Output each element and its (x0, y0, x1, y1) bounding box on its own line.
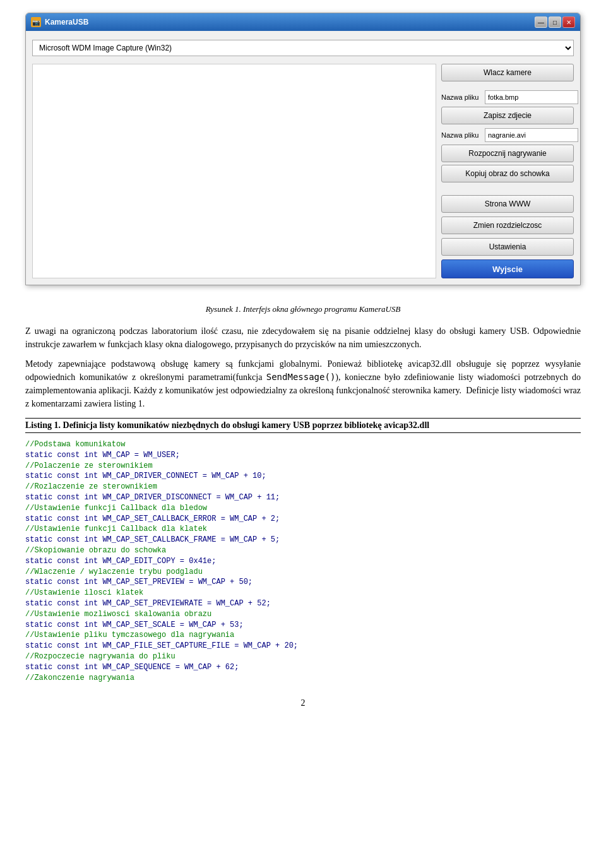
photo-section: Nazwa pliku Zapisz zdjecie (441, 90, 574, 124)
code-line: static const int WM_CAP_DRIVER_CONNECT =… (25, 471, 581, 482)
code-line: //Polaczenie ze sterownikiem (25, 461, 581, 472)
video-filename-input[interactable] (485, 128, 578, 142)
resolution-button[interactable]: Zmien rozdzielczosc (441, 217, 574, 234)
code-line: static const int WM_CAP_FILE_SET_CAPTURE… (25, 641, 581, 651)
page-number: 2 (25, 698, 581, 708)
figure-title: Interfejs okna głównego programu KameraU… (243, 304, 400, 314)
photo-label-row: Nazwa pliku (441, 90, 574, 104)
code-line: //Ustawienie ilosci klatek (25, 588, 581, 598)
app-window: 📷 KameraUSB — □ ✕ Microsoft WDM Image Ca… (25, 13, 581, 285)
copy-button[interactable]: Kopiuj obraz do schowka (441, 165, 574, 182)
wlacz-kamere-button[interactable]: Wlacz kamere (441, 64, 574, 81)
maximize-button[interactable]: □ (549, 16, 561, 28)
app-content: Microsoft WDM Image Capture (Win32) Wlac… (26, 31, 580, 285)
paragraph-2: Metody zapewniające podstawową obsługę k… (25, 357, 581, 410)
title-bar-controls: — □ ✕ (535, 16, 575, 28)
code-line: static const int WM_CAP_SEQUENCE = WM_CA… (25, 662, 581, 673)
video-section: Nazwa pliku Rozpocznij nagrywanie Kopiuj… (441, 128, 574, 182)
code-line: //Wlaczenie / wylaczenie trybu podgladu (25, 567, 581, 578)
figure-number: Rysunek 1. (206, 304, 241, 314)
spacer (441, 186, 574, 191)
code-line: //Ustawienie funkcji Callback dla bledow (25, 503, 581, 514)
right-panel: Wlacz kamere Nazwa pliku Zapisz zdjecie … (441, 64, 574, 278)
main-panel: Wlacz kamere Nazwa pliku Zapisz zdjecie … (32, 64, 574, 278)
device-dropdown-wrapper: Microsoft WDM Image Capture (Win32) (32, 40, 574, 56)
camera-preview (32, 64, 436, 278)
code-line: static const int WM_CAP = WM_USER; (25, 450, 581, 461)
photo-label: Nazwa pliku (441, 93, 482, 101)
top-bar: Microsoft WDM Image Capture (Win32) (32, 37, 574, 59)
photo-filename-input[interactable] (485, 90, 578, 104)
close-button[interactable]: ✕ (562, 16, 575, 28)
code-line: //Ustawienie funkcji Callback dla klatek (25, 524, 581, 535)
code-line: //Rozlaczenie ze sterownikiem (25, 482, 581, 492)
code-line: static const int WM_CAP_SET_SCALE = WM_C… (25, 620, 581, 631)
listing-title: Listing 1. Definicja listy komunikatów n… (25, 418, 581, 433)
code-line: //Zakonczenie nagrywania (25, 673, 581, 684)
exit-button[interactable]: Wyjscie (441, 259, 574, 278)
code-line: static const int WM_CAP_DRIVER_DISCONNEC… (25, 492, 581, 503)
record-button[interactable]: Rozpocznij nagrywanie (441, 145, 574, 162)
code-block: //Podstawa komunikatowstatic const int W… (25, 437, 581, 686)
figure-caption: Rysunek 1. Interfejs okna głównego progr… (25, 304, 581, 314)
code-line: static const int WM_CAP_SET_PREVIEW = WM… (25, 577, 581, 588)
code-line: static const int WM_CAP_EDIT_COPY = 0x41… (25, 556, 581, 567)
listing-title-text: Definicja listy komunikatów niezbędnych … (63, 420, 430, 430)
body-text-1: Z uwagi na ograniczoną podczas laborator… (25, 324, 581, 410)
paragraph-1: Z uwagi na ograniczoną podczas laborator… (25, 324, 581, 351)
settings-button[interactable]: Ustawienia (441, 238, 574, 256)
code-line: //Ustawienie pliku tymczasowego dla nagr… (25, 630, 581, 641)
code-line: static const int WM_CAP_SET_CALLBACK_FRA… (25, 535, 581, 545)
code-line: //Ustawienie mozliwosci skalowania obraz… (25, 609, 581, 620)
save-photo-button[interactable]: Zapisz zdjecie (441, 107, 574, 124)
window-title: KameraUSB (45, 18, 88, 27)
code-line: //Podstawa komunikatow (25, 439, 581, 450)
video-label: Nazwa pliku (441, 131, 482, 139)
listing-label: Listing 1. (25, 420, 61, 430)
page-container: 📷 KameraUSB — □ ✕ Microsoft WDM Image Ca… (0, 0, 606, 721)
device-dropdown[interactable]: Microsoft WDM Image Capture (Win32) (32, 40, 574, 56)
video-label-row: Nazwa pliku (441, 128, 574, 142)
code-line: static const int WM_CAP_SET_PREVIEWRATE … (25, 598, 581, 609)
app-icon: 📷 (31, 17, 41, 27)
title-bar-left: 📷 KameraUSB (31, 17, 88, 27)
title-bar: 📷 KameraUSB — □ ✕ (26, 13, 580, 31)
code-line: //Rozpoczecie nagrywania do pliku (25, 651, 581, 662)
minimize-button[interactable]: — (535, 16, 547, 28)
www-button[interactable]: Strona WWW (441, 195, 574, 213)
code-line: static const int WM_CAP_SET_CALLBACK_ERR… (25, 514, 581, 525)
code-line: //Skopiowanie obrazu do schowka (25, 545, 581, 556)
